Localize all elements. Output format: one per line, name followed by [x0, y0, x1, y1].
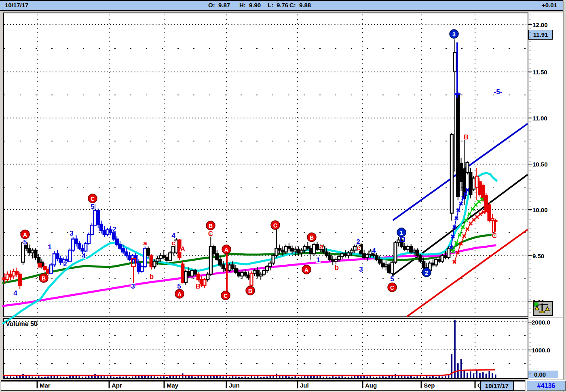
- low-label: L:: [268, 2, 273, 8]
- quote-date: 10/17/17: [5, 2, 28, 8]
- green-square-icon: [534, 303, 538, 306]
- window-right-edge: [563, 0, 566, 392]
- price-axis[interactable]: [528, 13, 563, 317]
- volume-study-label: Volume 50: [6, 320, 38, 328]
- high-label: H:: [239, 2, 246, 8]
- quote-bar: 10/17/17 O: 9.87 H: 9.90 L: 9.76 C: 9.88…: [0, 0, 565, 11]
- scales-icon[interactable]: [533, 301, 553, 316]
- low-value: 9.76: [277, 2, 288, 8]
- last-price-badge: 11.91: [528, 30, 553, 40]
- close-value: 9.88: [299, 2, 311, 8]
- open-label: O:: [208, 2, 215, 8]
- open-value: 9.87: [218, 2, 230, 8]
- close-label: C:: [289, 2, 296, 8]
- chart-id-badge: #4136: [526, 380, 566, 391]
- volume-panel[interactable]: [3, 318, 528, 379]
- time-axis[interactable]: [1, 380, 525, 391]
- volume-zero-badge: 0.00: [528, 371, 558, 378]
- net-change: +0.01: [542, 2, 557, 8]
- price-chart-panel[interactable]: [3, 13, 528, 317]
- cursor-date-box[interactable]: 10/17/17: [480, 381, 514, 391]
- volume-axis[interactable]: [528, 318, 563, 379]
- high-value: 9.90: [249, 2, 261, 8]
